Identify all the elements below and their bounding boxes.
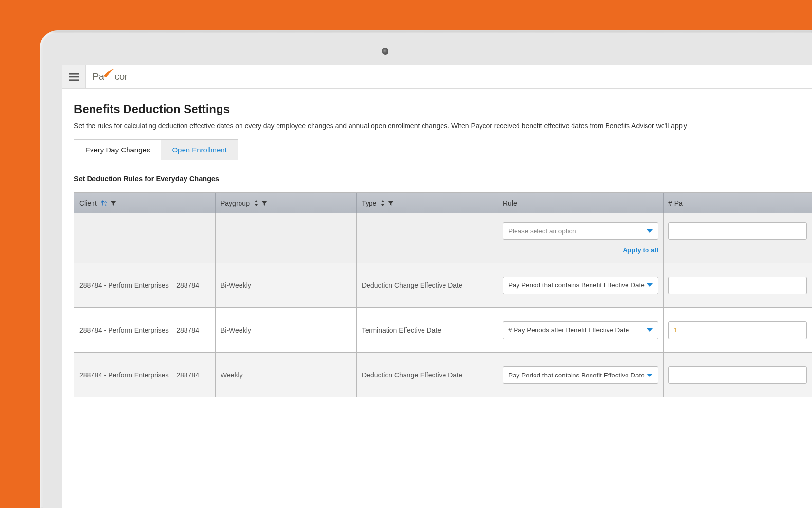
- select-value: Pay Period that contains Benefit Effecti…: [508, 282, 645, 289]
- filter-icon[interactable]: [261, 200, 267, 206]
- tablet-bezel: Pa cor Benefits Deduction Settings Set t…: [43, 33, 812, 508]
- payperiods-select[interactable]: 1: [668, 321, 807, 339]
- table-header-row: Client A Z: [74, 193, 812, 213]
- app-screen: Pa cor Benefits Deduction Settings Set t…: [62, 65, 812, 508]
- rule-select[interactable]: # Pay Periods after Benefit Effective Da…: [503, 321, 658, 339]
- chevron-down-icon: [647, 326, 653, 334]
- svg-rect-0: [69, 73, 79, 75]
- svg-text:Z: Z: [105, 203, 107, 206]
- chevron-down-icon: [647, 372, 653, 379]
- page-description: Set the rules for calculating deduction …: [74, 122, 812, 130]
- filter-cell-client: [74, 213, 216, 263]
- column-header-paygroup[interactable]: Paygroup: [216, 193, 357, 213]
- column-header-rule: Rule: [498, 193, 664, 213]
- filter-cell-rule: Please select an option Apply to all: [498, 213, 664, 263]
- filter-icon[interactable]: [111, 200, 116, 206]
- cell-type: Termination Effective Date: [357, 308, 498, 352]
- select-placeholder: Please select an option: [508, 227, 576, 235]
- column-header-client[interactable]: Client A Z: [74, 193, 216, 213]
- payperiods-select[interactable]: [668, 277, 807, 294]
- cell-paygroup: Weekly: [216, 353, 357, 397]
- cell-client: 288784 - Perform Enterprises – 288784: [74, 353, 216, 397]
- brand-logo: Pa cor: [86, 65, 128, 88]
- table-row: 288784 - Perform Enterprises – 288784 Bi…: [74, 263, 812, 308]
- brand-text-b: cor: [114, 71, 127, 82]
- cell-type: Deduction Change Effective Date: [357, 353, 498, 397]
- column-header-payperiods: # Pa: [664, 193, 812, 213]
- rule-select[interactable]: Pay Period that contains Benefit Effecti…: [503, 277, 658, 294]
- sort-icon[interactable]: [254, 200, 258, 207]
- top-bar: Pa cor: [62, 65, 812, 89]
- cell-client: 288784 - Perform Enterprises – 288784: [74, 263, 216, 307]
- cell-type: Deduction Change Effective Date: [357, 263, 498, 307]
- rule-bulk-select[interactable]: Please select an option: [503, 222, 658, 240]
- select-value: # Pay Periods after Benefit Effective Da…: [508, 326, 629, 334]
- filter-icon[interactable]: [388, 200, 394, 206]
- camera-icon: [382, 48, 388, 55]
- tabs: Every Day Changes Open Enrollment: [74, 139, 812, 160]
- payperiods-bulk-select[interactable]: [668, 222, 807, 240]
- select-value: 1: [674, 326, 678, 334]
- apply-to-all-link[interactable]: Apply to all: [503, 246, 658, 254]
- cell-payperiods: [664, 263, 812, 307]
- cell-rule: # Pay Periods after Benefit Effective Da…: [498, 308, 664, 352]
- column-label: Paygroup: [221, 199, 250, 207]
- page-content: Benefits Deduction Settings Set the rule…: [62, 89, 812, 397]
- sort-asc-icon[interactable]: A Z: [101, 200, 108, 207]
- tablet-frame: Pa cor Benefits Deduction Settings Set t…: [40, 30, 812, 508]
- brand-text-a: Pa: [92, 71, 104, 82]
- cell-paygroup: Bi-Weekly: [216, 263, 357, 307]
- hamburger-icon: [69, 73, 79, 81]
- column-label: Client: [79, 199, 97, 207]
- table-row: 288784 - Perform Enterprises – 288784 We…: [74, 353, 812, 397]
- chevron-down-icon: [647, 282, 653, 289]
- tab-open-enrollment[interactable]: Open Enrollment: [161, 139, 238, 160]
- filter-cell-type: [357, 213, 498, 263]
- filter-cell-payperiods: [664, 213, 812, 263]
- cell-rule: Pay Period that contains Benefit Effecti…: [498, 263, 664, 307]
- column-header-type[interactable]: Type: [357, 193, 498, 213]
- page-title: Benefits Deduction Settings: [74, 102, 812, 116]
- cell-payperiods: [664, 353, 812, 397]
- column-label: # Pa: [668, 199, 683, 207]
- column-label: Rule: [503, 199, 517, 207]
- menu-button[interactable]: [62, 65, 86, 88]
- table-filter-row: Please select an option Apply to all: [74, 213, 812, 263]
- cell-rule: Pay Period that contains Benefit Effecti…: [498, 353, 664, 397]
- column-label: Type: [362, 199, 376, 207]
- cell-client: 288784 - Perform Enterprises – 288784: [74, 308, 216, 352]
- deduction-rules-table: Client A Z: [74, 192, 812, 397]
- table-row: 288784 - Perform Enterprises – 288784 Bi…: [74, 308, 812, 353]
- cell-paygroup: Bi-Weekly: [216, 308, 357, 352]
- chevron-down-icon: [647, 227, 653, 235]
- rule-select[interactable]: Pay Period that contains Benefit Effecti…: [503, 366, 658, 384]
- section-label: Set Deduction Rules for Everyday Changes: [74, 175, 812, 183]
- svg-rect-1: [69, 76, 79, 77]
- select-value: Pay Period that contains Benefit Effecti…: [508, 372, 645, 379]
- svg-rect-2: [69, 79, 79, 81]
- tab-everyday-changes[interactable]: Every Day Changes: [74, 139, 161, 160]
- sort-icon[interactable]: [380, 200, 385, 207]
- swoosh-icon: [104, 69, 114, 77]
- cell-payperiods: 1: [664, 308, 812, 352]
- payperiods-select[interactable]: [668, 366, 807, 384]
- filter-cell-paygroup: [216, 213, 357, 263]
